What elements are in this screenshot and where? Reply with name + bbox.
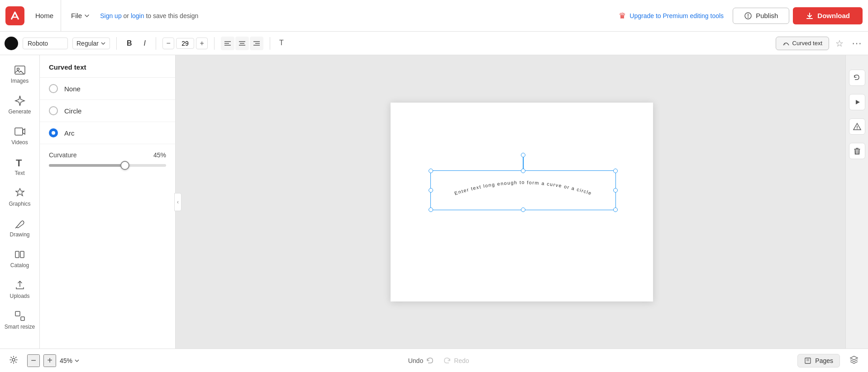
more-options-button[interactable]: ⋯ [850,36,863,51]
radio-arc[interactable] [49,128,58,137]
svg-rect-18 [20,251,24,258]
bottom-bar: − + 45% Undo Redo Pages [0,348,868,372]
curved-text-svg: Enter text long enough to form a curve o… [431,171,615,210]
svg-text:T: T [784,42,786,46]
svg-rect-20 [21,317,24,320]
option-arc[interactable]: Arc [40,122,175,144]
curved-text-panel: Curved text None Circle Arc Curvature 45… [40,55,176,348]
option-circle[interactable]: Circle [40,100,175,122]
play-right-button[interactable] [849,94,865,110]
svg-text:T: T [279,39,284,47]
right-toolbar [845,55,868,348]
font-size-control: − + [162,38,208,49]
upgrade-button[interactable]: ♛ Upgrade to Premium editing tools [613,11,729,21]
sidebar-item-images[interactable]: Images [2,60,38,89]
curvature-slider[interactable] [49,164,166,167]
layers-button[interactable] [847,353,861,368]
slider-thumb[interactable] [120,161,129,170]
sidebar-item-drawing[interactable]: Drawing [2,213,38,242]
svg-rect-0 [9,9,21,22]
option-none[interactable]: None [40,78,175,100]
svg-point-23 [857,128,858,129]
svg-point-14 [17,68,19,71]
undo-redo-controls: Undo Redo [405,357,473,365]
curvature-value: 45% [153,151,166,159]
undo-right-button[interactable] [849,70,865,86]
arc-control-handle[interactable] [521,153,525,157]
text-element[interactable]: Enter text long enough to form a curve o… [430,170,616,210]
sidebar-item-videos[interactable]: Videos [2,121,38,150]
font-style-selector[interactable]: Regular [72,38,110,49]
curvature-section: Curvature 45% [40,144,175,174]
pages-button[interactable]: Pages [797,354,840,367]
sidebar-item-text[interactable]: T Text [2,152,38,181]
text-color-swatch[interactable] [5,37,18,50]
settings-button[interactable] [7,353,20,367]
sidebar-item-catalog[interactable]: Catalog [2,244,38,273]
svg-text:Enter text long enough to form: Enter text long enough to form a curve o… [454,179,593,196]
sidebar-item-smart-resize[interactable]: Smart resize [2,306,38,334]
svg-point-24 [12,358,15,361]
login-link[interactable]: login [131,12,144,19]
font-size-input[interactable] [176,38,194,49]
sidebar-item-graphics[interactable]: Graphics [2,183,38,212]
redo-button[interactable]: Redo [439,357,472,365]
panel-title: Curved text [40,55,175,78]
icon-sidebar: Images Generate Videos T Text Graphics D… [0,55,40,348]
undo-button[interactable]: Undo [405,357,438,365]
delete-right-button[interactable] [849,143,865,159]
radio-none[interactable] [49,84,58,93]
svg-rect-17 [15,251,19,258]
svg-text:T: T [16,157,22,168]
radio-circle[interactable] [49,106,58,115]
zoom-value[interactable]: 45% [60,357,80,364]
app-logo[interactable] [5,6,24,25]
divider-3 [214,37,215,50]
font-size-decrease[interactable]: − [162,38,174,49]
font-family-selector[interactable]: Roboto [23,38,68,49]
canvas-area[interactable]: Enter text long enough to form a curve o… [176,55,868,348]
curved-text-button[interactable]: T Curved text [776,37,829,50]
zoom-out-button[interactable]: − [27,354,40,367]
file-nav[interactable]: File [65,0,96,31]
publish-button[interactable]: Publish [733,8,789,24]
zoom-in-button[interactable]: + [43,354,56,367]
zoom-control: − + 45% [27,354,80,367]
text-format-button[interactable]: T [277,35,290,51]
signup-link[interactable]: Sign up [100,12,121,19]
align-right-button[interactable] [250,37,263,50]
slider-fill [49,164,125,167]
save-text: Sign up or login to save this design [100,12,198,19]
download-button[interactable]: Download [793,7,863,24]
crown-icon: ♛ [619,11,626,21]
favorite-button[interactable]: ☆ [834,36,845,51]
text-toolbar: Roboto Regular B I − + T T Curved text ☆… [0,32,868,55]
curvature-label: Curvature [49,151,76,159]
canvas[interactable]: Enter text long enough to form a curve o… [391,103,653,301]
svg-rect-19 [15,311,20,316]
curved-text-content: Enter text long enough to form a curve o… [454,179,593,196]
divider-1 [116,37,117,50]
divider-2 [156,37,156,50]
main-area: Images Generate Videos T Text Graphics D… [0,55,868,348]
italic-button[interactable]: I [140,38,149,49]
home-nav[interactable]: Home [28,0,61,31]
align-left-button[interactable] [221,37,234,50]
sidebar-item-generate[interactable]: Generate [2,90,38,119]
svg-rect-15 [15,128,23,135]
svg-rect-13 [15,66,25,74]
align-center-button[interactable] [235,37,249,50]
sidebar-item-uploads[interactable]: Uploads [2,275,38,304]
warning-right-button[interactable] [849,118,865,135]
panel-collapse-handle[interactable]: ‹ [174,193,181,211]
text-align-controls [221,37,263,50]
font-size-increase[interactable]: + [196,38,208,49]
bold-button[interactable]: B [123,38,136,49]
top-bar: Home File Sign up or login to save this … [0,0,868,32]
divider-4 [270,37,270,50]
